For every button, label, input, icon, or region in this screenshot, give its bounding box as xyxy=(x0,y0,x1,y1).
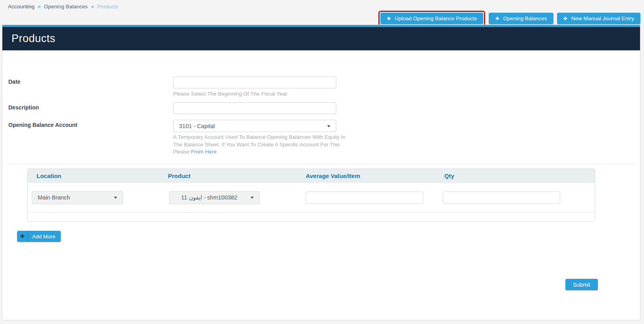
description-label: Description xyxy=(8,104,39,111)
column-header-qty: Qty xyxy=(436,173,595,179)
plus-icon: ✚ xyxy=(495,16,499,21)
description-input[interactable] xyxy=(173,102,336,114)
opening-balance-items-table: Location Product Average Value/Item Qty … xyxy=(27,169,595,222)
page-title: Products xyxy=(12,33,56,45)
upload-opening-balance-products-button[interactable]: ✚ Upload Opening Balance Products xyxy=(380,13,483,24)
chevron-down-icon xyxy=(251,197,254,199)
plus-icon: ✚ xyxy=(17,231,28,242)
product-select[interactable]: ايفون 11 - shm100382 xyxy=(169,191,260,204)
average-value-item-input[interactable] xyxy=(306,192,423,204)
add-more-button[interactable]: ✚ Add More xyxy=(17,231,61,242)
main-panel: Products Date Please Select The Beginnin… xyxy=(2,25,640,320)
table-header-row: Location Product Average Value/Item Qty xyxy=(28,169,595,183)
location-select[interactable]: Main Branch xyxy=(32,191,123,204)
breadcrumb-separator-icon: » xyxy=(91,3,94,10)
breadcrumb-separator-icon: » xyxy=(38,3,41,10)
from-here-link[interactable]: From Here xyxy=(191,149,217,155)
opening-balance-account-hint: A Temporary Account Used To Balance Open… xyxy=(173,134,355,156)
upload-opening-balance-products-label: Upload Opening Balance Products xyxy=(395,15,477,21)
chevron-down-icon xyxy=(114,197,117,199)
opening-balances-button[interactable]: ✚ Opening Balances xyxy=(489,13,553,24)
qty-input[interactable] xyxy=(443,192,560,204)
date-label: Date xyxy=(8,79,20,85)
new-manual-journal-entry-button[interactable]: ✚ New Manual Journal Entry xyxy=(557,13,640,24)
opening-balance-account-select[interactable]: 3101 - Capital xyxy=(173,120,336,132)
column-header-product: Product xyxy=(159,173,297,179)
table-row: Main Branch ايفون 11 - shm100382 xyxy=(28,183,595,212)
add-more-label: Add More xyxy=(32,234,56,240)
breadcrumb-products: Products xyxy=(97,4,118,10)
breadcrumb-accounting[interactable]: Accounting xyxy=(8,4,35,10)
product-select-value: ايفون 11 - shm100382 xyxy=(181,194,237,201)
breadcrumb-opening-balances[interactable]: Opening Balances xyxy=(44,4,88,10)
date-hint: Please Select The Beginning Of The Fisca… xyxy=(173,91,287,97)
date-input[interactable] xyxy=(173,77,336,88)
table-footer-strip xyxy=(28,212,595,221)
opening-balances-label: Opening Balances xyxy=(503,15,547,21)
header-actions: ✚ Upload Opening Balance Products ✚ Open… xyxy=(378,11,640,26)
column-header-location: Location xyxy=(28,173,159,179)
opening-balance-account-label: Opening Balance Account xyxy=(8,122,77,128)
breadcrumb: Accounting » Opening Balances » Products xyxy=(8,3,118,10)
opening-balance-account-value: 3101 - Capital xyxy=(179,123,215,129)
location-select-value: Main Branch xyxy=(38,194,70,201)
new-manual-journal-entry-label: New Manual Journal Entry xyxy=(571,15,634,21)
plus-icon: ✚ xyxy=(563,16,567,21)
panel-header: Products xyxy=(2,27,640,50)
column-header-average-value-item: Average Value/Item xyxy=(297,173,436,179)
plus-icon: ✚ xyxy=(387,16,391,21)
section-divider xyxy=(6,164,636,164)
submit-button[interactable]: Submit xyxy=(565,279,598,290)
red-highlight-annotation: ✚ Upload Opening Balance Products xyxy=(378,11,485,26)
chevron-down-icon xyxy=(327,125,330,127)
